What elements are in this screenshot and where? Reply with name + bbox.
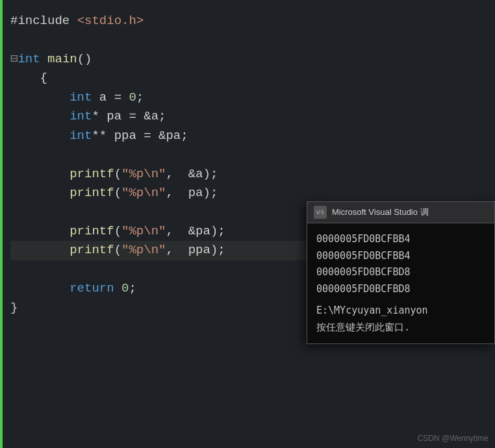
printf-1-line: printf("%p\n", &a);: [10, 167, 218, 181]
include-line: #include <stdio.h>: [10, 14, 144, 28]
code-line-blank-1: [10, 31, 495, 49]
code-line-1: #include <stdio.h>: [10, 12, 495, 31]
popup-title: Microsoft Visual Studio 调: [332, 206, 429, 218]
main-line: ⊟int main(): [10, 52, 92, 66]
code-editor: #include <stdio.h> ⊟int main() { int a =…: [0, 0, 495, 448]
int-ppa-line: int** ppa = &pa;: [10, 129, 188, 143]
printf-2-line: printf("%p\n", pa);: [10, 186, 218, 200]
address-line-2: 0000005FD0BCFBB4: [316, 248, 485, 265]
printf-3-line: printf("%p\n", &pa);: [10, 224, 225, 238]
address-line-4: 0000005FD0BCFBD8: [316, 281, 485, 298]
return-line: return 0;: [10, 281, 136, 295]
int-a-line: int a = 0;: [10, 90, 144, 105]
note-line: 按任意键关闭此窗口.: [316, 319, 485, 336]
brace-close: }: [10, 301, 18, 315]
path-line: E:\MYcyuyan_xianyon: [316, 303, 485, 319]
code-line-int-pa: int* pa = &a;: [10, 107, 495, 126]
code-line-main: ⊟int main(): [10, 50, 495, 69]
int-pa-line: int* pa = &a;: [10, 109, 166, 123]
csdn-watermark: CSDN @Wennytime: [418, 434, 489, 443]
code-line-int-ppa: int** ppa = &pa;: [10, 127, 495, 145]
printf-4-line: printf("%p\n", ppa);: [10, 243, 225, 257]
code-line-printf-2: printf("%p\n", pa);: [10, 184, 495, 203]
code-line-int-a: int a = 0;: [10, 88, 495, 107]
brace-open: {: [10, 71, 47, 85]
popup-body: 0000005FD0BCFBB4 0000005FD0BCFBB4 000000…: [307, 223, 494, 343]
popup-title-bar: vs Microsoft Visual Studio 调: [307, 202, 494, 223]
console-popup: vs Microsoft Visual Studio 调 0000005FD0B…: [307, 201, 495, 344]
code-line-blank-2: [10, 145, 495, 164]
address-line-3: 0000005FD0BCFBD8: [316, 264, 485, 281]
address-line-1: 0000005FD0BCFBB4: [316, 231, 485, 248]
code-line-brace-open: {: [10, 69, 495, 88]
vs-icon: vs: [314, 206, 327, 219]
code-line-printf-1: printf("%p\n", &a);: [10, 165, 495, 184]
green-bar: [0, 0, 3, 448]
